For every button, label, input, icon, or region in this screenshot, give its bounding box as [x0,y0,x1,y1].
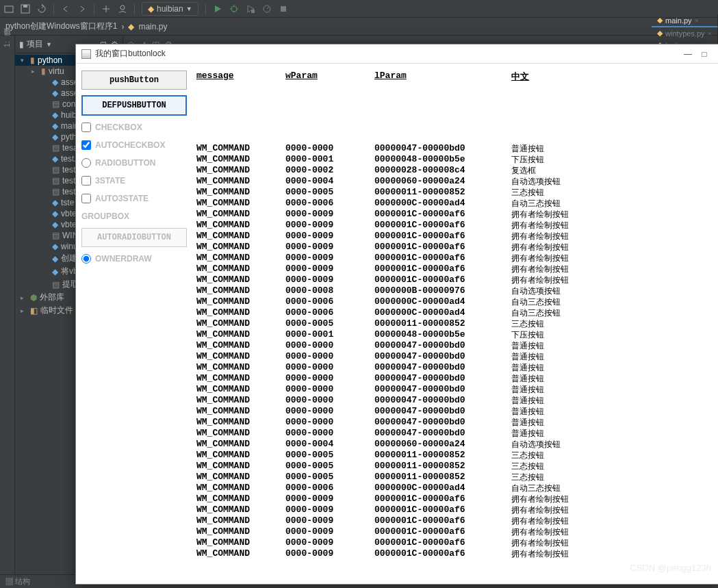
close-icon[interactable]: × [695,16,699,25]
header-message: message [196,71,285,83]
log-row: WM_COMMAND0000-000500000011-00000852三态按钮 [196,187,710,198]
pyfile-icon: ◆ [52,132,58,142]
radiobutton-control[interactable]: RADIOBUTTON [81,157,187,169]
close-icon[interactable]: × [708,29,712,38]
log-row: WM_COMMAND0000-000200000028-000008c4复选框 [196,165,710,176]
log-row: WM_COMMAND0000-000500000011-00000852三态按钮 [196,472,710,483]
tree-item-label: vbte [61,209,77,218]
stop-icon[interactable] [279,4,288,14]
coverage-icon[interactable] [246,4,255,14]
log-row: WM_COMMAND0000-00090000001C-00000af6拥有者绘… [196,537,710,548]
txtfile-icon: ▤ [52,280,60,290]
debug-icon[interactable] [229,4,239,14]
log-row: WM_COMMAND0000-00060000000C-00000ad4自动三态… [196,483,710,494]
defpushbutton[interactable]: DEFPUSHBUTTON [81,95,187,116]
editor-tab[interactable]: ◆main.py× [652,14,718,27]
pyfile-icon: ◆ [52,88,58,98]
python-file-icon: ◆ [657,16,663,25]
app-icon [81,49,91,59]
refresh-icon[interactable] [37,4,47,14]
app-titlebar[interactable]: 我的窗口buttonlock — □ [76,44,718,64]
breadcrumb-file[interactable]: main.py [138,22,167,31]
tab-label: main.py [665,16,692,25]
log-row: WM_COMMAND0000-000000000047-00000bd0普通按钮 [196,406,710,417]
pyfile-icon: ◆ [52,209,58,218]
profile-icon[interactable] [262,4,272,14]
log-row: WM_COMMAND0000-00090000001C-00000af6拥有者绘… [196,548,710,559]
ownerdraw-label: OWNERDRAW [95,254,152,264]
tree-item-label: pyth [61,132,77,142]
add-icon[interactable] [101,4,111,14]
pyfile-icon: ◆ [52,220,58,229]
auto3state-control[interactable]: AUTO3STATE [81,192,187,205]
controls-panel: pushButton DEFPUSHBUTTON CHECKBOX AUTOCH… [76,64,192,584]
left-gutter: 1:项目 [0,36,15,588]
log-row: WM_COMMAND0000-000500000011-00000852三态按钮 [196,318,710,329]
ownerdraw-control[interactable]: OWNERDRAW [81,253,187,265]
checkbox-label: CHECKBOX [95,123,142,132]
autoradiobutton-control[interactable]: AUTORADIOBUTTON [81,228,187,247]
redo-icon[interactable] [77,4,87,14]
app-title: 我的窗口buttonlock [95,48,166,60]
editor-tab[interactable]: ◆wintypes.py× [652,27,718,39]
undo-icon[interactable] [61,4,70,14]
log-row: WM_COMMAND0000-000000000047-00000bd0普通按钮 [196,143,710,154]
log-row: WM_COMMAND0000-00090000001C-00000af6拥有者绘… [196,504,710,515]
run-icon[interactable] [213,4,222,14]
scratch-icon: ◧ [30,306,38,316]
log-list[interactable]: WM_COMMAND0000-000000000047-00000bd0普通按钮… [196,88,710,581]
folder-icon: ▮ [41,66,46,76]
log-row: WM_COMMAND0000-000400000060-00000a24自动选项… [196,439,710,450]
tristate-control[interactable]: 3STATE [81,175,187,187]
minimize-button[interactable]: — [680,49,696,59]
python-icon: ◆ [148,4,154,14]
tree-item-label: test. [61,154,77,164]
log-row: WM_COMMAND0000-000000000047-00000bd0普通按钮 [196,351,710,362]
pyfile-icon: ◆ [52,121,58,131]
pyfile-icon: ◆ [52,77,58,87]
log-row: WM_COMMAND0000-00090000001C-00000af6拥有者绘… [196,209,710,220]
log-row: WM_COMMAND0000-000000000047-00000bd0普通按钮 [196,373,710,384]
log-row: WM_COMMAND0000-000000000047-00000bd0普通按钮 [196,384,710,395]
tab-label: wintypes.py [665,29,704,38]
checkbox-control[interactable]: CHECKBOX [81,121,187,133]
pushbutton[interactable]: pushButton [81,71,187,90]
log-row: WM_COMMAND0000-00090000001C-00000af6拥有者绘… [196,242,710,253]
pyfile-icon: ◆ [52,154,58,164]
log-row: WM_COMMAND0000-00090000001C-00000af6拥有者绘… [196,264,710,274]
save-icon[interactable] [21,4,30,14]
editor-area: ◎ ⤢ ◫ ⚙ — ◆main.py×◆wintypes.py×◆test.py… [123,36,718,588]
watermark: CSDN @pengg123h [630,563,711,573]
svg-rect-2 [23,5,27,8]
tree-item-label: tste [61,198,74,207]
tree-scratch-label: 临时文件 [40,305,73,316]
chevron-down-icon: ▼ [186,5,192,12]
pyfile-icon: ◆ [52,267,58,277]
log-row: WM_COMMAND0000-00090000001C-00000af6拥有者绘… [196,274,710,285]
log-headers: message wParam lParam 中文 [196,71,710,88]
autocheckbox-control[interactable]: AUTOCHECKBOX [81,139,187,151]
tree-item-label: huib [61,110,77,120]
breadcrumb-project[interactable]: python创建Windows窗口程序1 [5,21,117,32]
run-config-dropdown[interactable]: ◆ huibian ▼ [142,2,198,16]
pyfile-icon: ◆ [52,198,58,207]
svg-point-4 [231,6,237,12]
open-icon[interactable] [4,4,14,14]
chevron-down-icon[interactable]: ▼ [46,41,52,48]
python-file-icon: ◆ [128,22,134,31]
pyfile-icon: ◆ [52,254,58,264]
gutter-project[interactable]: 1:项目 [2,36,12,53]
log-panel: message wParam lParam 中文 WM_COMMAND0000-… [192,64,718,584]
log-row: WM_COMMAND0000-00090000001C-00000af6拥有者绘… [196,526,710,537]
maximize-button[interactable]: □ [696,49,713,59]
txtfile-icon: ▤ [52,176,60,186]
app-window: 我的窗口buttonlock — □ pushButton DEFPUSHBUT… [75,44,718,585]
log-row: WM_COMMAND0000-000100000048-00000b5e下压按钮 [196,329,710,340]
txtfile-icon: ▤ [52,231,60,240]
txtfile-icon: ▤ [52,143,60,153]
folder-icon: ▮ [30,55,35,65]
log-row: WM_COMMAND0000-00060000000C-00000ad4自动三态… [196,307,710,318]
user-icon[interactable] [118,4,127,14]
structure-tool[interactable]: 结构 [15,577,30,585]
log-row: WM_COMMAND0000-000100000048-00000b5e下压按钮 [196,154,710,165]
